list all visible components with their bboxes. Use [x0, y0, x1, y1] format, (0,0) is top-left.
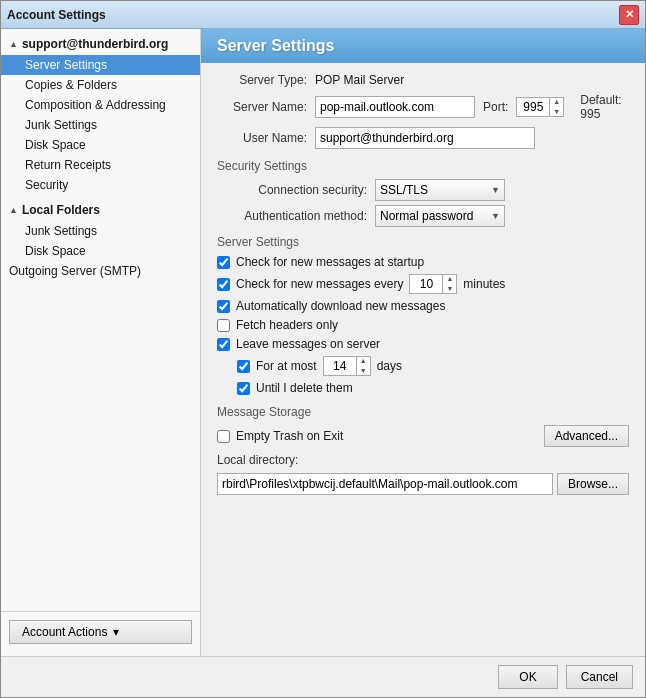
auto-download-label: Automatically download new messages	[236, 299, 445, 313]
sidebar-item-disk-space[interactable]: Disk Space	[1, 135, 200, 155]
leave-messages-row: Leave messages on server	[217, 337, 629, 351]
server-name-label: Server Name:	[217, 100, 307, 114]
sidebar-item-server-settings[interactable]: Server Settings	[1, 55, 200, 75]
auto-download-checkbox[interactable]	[217, 300, 230, 313]
check-every-checkbox[interactable]	[217, 278, 230, 291]
for-at-most-label: For at most	[256, 359, 317, 373]
port-up-arrow[interactable]: ▲	[550, 97, 563, 107]
connection-security-select[interactable]: SSL/TLS ▼	[375, 179, 505, 201]
auth-method-label: Authentication method:	[217, 209, 367, 223]
port-label: Port:	[483, 100, 508, 114]
empty-trash-label: Empty Trash on Exit	[236, 429, 343, 443]
for-at-most-unit: days	[377, 359, 402, 373]
local-folders-triangle: ▲	[9, 205, 18, 215]
auth-method-select[interactable]: Normal password ▼	[375, 205, 505, 227]
local-directory-input[interactable]	[217, 473, 553, 495]
server-type-row: Server Type: POP Mail Server	[217, 73, 629, 87]
window-title: Account Settings	[7, 8, 106, 22]
account-email: support@thunderbird.org	[22, 37, 168, 51]
port-spinbox[interactable]: ▲ ▼	[516, 97, 564, 117]
until-delete-checkbox[interactable]	[237, 382, 250, 395]
local-dir-label-row: Local directory:	[217, 453, 629, 467]
port-input[interactable]	[517, 100, 549, 114]
auto-download-row: Automatically download new messages	[217, 299, 629, 313]
for-at-most-checkbox[interactable]	[237, 360, 250, 373]
check-every-input[interactable]	[410, 277, 442, 291]
local-directory-label: Local directory:	[217, 453, 298, 467]
sidebar-local-folders-header[interactable]: ▲ Local Folders	[1, 199, 200, 221]
user-name-label: User Name:	[217, 131, 307, 145]
check-every-label: Check for new messages every	[236, 277, 403, 291]
sidebar-footer: Account Actions ▾	[1, 611, 200, 652]
sidebar-wrapper: ▲ support@thunderbird.org Server Setting…	[1, 33, 200, 652]
for-at-most-down[interactable]: ▼	[357, 366, 370, 376]
window-content: ▲ support@thunderbird.org Server Setting…	[1, 29, 645, 656]
local-dir-input-row: Browse...	[217, 473, 629, 495]
panel-body: Server Type: POP Mail Server Server Name…	[201, 63, 645, 656]
local-folders-label: Local Folders	[22, 203, 100, 217]
main-panel: Server Settings Server Type: POP Mail Se…	[201, 29, 645, 656]
sidebar-items-area: ▲ support@thunderbird.org Server Setting…	[1, 33, 200, 611]
cancel-button[interactable]: Cancel	[566, 665, 633, 689]
user-name-row: User Name:	[217, 127, 629, 149]
close-button[interactable]: ✕	[619, 5, 639, 25]
local-directory-section: Local directory: Browse...	[217, 453, 629, 495]
auth-method-arrow: ▼	[491, 211, 500, 221]
window-footer: OK Cancel	[1, 656, 645, 697]
message-storage-section-label: Message Storage	[217, 405, 629, 419]
server-settings-section-label: Server Settings	[217, 235, 629, 249]
connection-security-row: Connection security: SSL/TLS ▼	[217, 179, 629, 201]
server-name-input[interactable]	[315, 96, 475, 118]
account-actions-arrow: ▾	[113, 625, 119, 639]
default-label: Default: 995	[580, 93, 629, 121]
sidebar-item-copies-folders[interactable]: Copies & Folders	[1, 75, 200, 95]
check-every-down[interactable]: ▼	[443, 284, 456, 294]
sidebar-account-header[interactable]: ▲ support@thunderbird.org	[1, 33, 200, 55]
panel-header: Server Settings	[201, 29, 645, 63]
check-every-spin-arrows: ▲ ▼	[442, 274, 456, 294]
account-settings-window: Account Settings ✕ ▲ support@thunderbird…	[0, 0, 646, 698]
fetch-headers-checkbox[interactable]	[217, 319, 230, 332]
check-startup-checkbox[interactable]	[217, 256, 230, 269]
sidebar-item-composition-addressing[interactable]: Composition & Addressing	[1, 95, 200, 115]
empty-trash-checkbox[interactable]	[217, 430, 230, 443]
fetch-headers-row: Fetch headers only	[217, 318, 629, 332]
connection-security-label: Connection security:	[217, 183, 367, 197]
port-spin-arrows: ▲ ▼	[549, 97, 563, 117]
for-at-most-row: For at most ▲ ▼ days	[237, 356, 629, 376]
sidebar-item-security[interactable]: Security	[1, 175, 200, 195]
account-triangle: ▲	[9, 39, 18, 49]
sidebar-item-return-receipts[interactable]: Return Receipts	[1, 155, 200, 175]
user-name-input[interactable]	[315, 127, 535, 149]
until-delete-label: Until I delete them	[256, 381, 353, 395]
leave-messages-label: Leave messages on server	[236, 337, 380, 351]
for-at-most-up[interactable]: ▲	[357, 356, 370, 366]
title-bar: Account Settings ✕	[1, 1, 645, 29]
fetch-headers-label: Fetch headers only	[236, 318, 338, 332]
check-startup-row: Check for new messages at startup	[217, 255, 629, 269]
server-name-row: Server Name: Port: ▲ ▼ Default: 995	[217, 93, 629, 121]
footer-right: OK Cancel	[498, 665, 633, 689]
account-actions-button[interactable]: Account Actions ▾	[9, 620, 192, 644]
check-every-up[interactable]: ▲	[443, 274, 456, 284]
server-type-label: Server Type:	[217, 73, 307, 87]
for-at-most-input[interactable]	[324, 359, 356, 373]
security-settings-section-label: Security Settings	[217, 159, 629, 173]
sidebar-item-junk-local[interactable]: Junk Settings	[1, 221, 200, 241]
auth-method-row: Authentication method: Normal password ▼	[217, 205, 629, 227]
advanced-button[interactable]: Advanced...	[544, 425, 629, 447]
browse-button[interactable]: Browse...	[557, 473, 629, 495]
sidebar: ▲ support@thunderbird.org Server Setting…	[1, 29, 201, 656]
check-every-row: Check for new messages every ▲ ▼ minutes	[217, 274, 629, 294]
sidebar-item-junk-settings[interactable]: Junk Settings	[1, 115, 200, 135]
account-actions-label: Account Actions	[22, 625, 107, 639]
check-every-spinbox[interactable]: ▲ ▼	[409, 274, 457, 294]
for-at-most-spin-arrows: ▲ ▼	[356, 356, 370, 376]
sidebar-item-outgoing-smtp[interactable]: Outgoing Server (SMTP)	[1, 261, 200, 281]
empty-trash-row: Empty Trash on Exit Advanced...	[217, 425, 629, 447]
for-at-most-spinbox[interactable]: ▲ ▼	[323, 356, 371, 376]
leave-messages-checkbox[interactable]	[217, 338, 230, 351]
ok-button[interactable]: OK	[498, 665, 557, 689]
port-down-arrow[interactable]: ▼	[550, 107, 563, 117]
sidebar-item-disk-local[interactable]: Disk Space	[1, 241, 200, 261]
